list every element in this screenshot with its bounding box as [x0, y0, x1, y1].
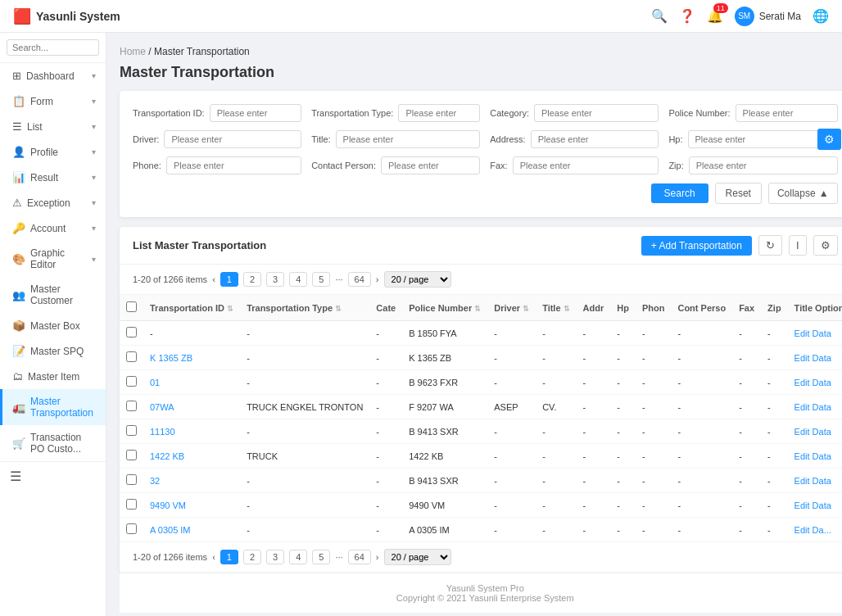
- help-icon[interactable]: ❓: [679, 8, 695, 24]
- input-transportation-id[interactable]: [210, 104, 301, 122]
- input-zip[interactable]: [689, 156, 838, 174]
- edit-data-link[interactable]: Edit Data: [794, 328, 831, 338]
- edit-data-link[interactable]: Edit Da...: [794, 525, 831, 535]
- input-contact-person[interactable]: [381, 156, 480, 174]
- row-select-checkbox[interactable]: [126, 351, 137, 362]
- row-category: -: [369, 395, 402, 419]
- prev-page-btn-bottom[interactable]: ‹: [212, 552, 215, 562]
- page-btn-3-bottom[interactable]: 3: [266, 550, 284, 564]
- row-id-link[interactable]: 32: [150, 476, 160, 486]
- input-category[interactable]: [534, 104, 659, 122]
- sidebar-item-master-spq[interactable]: 📝 Master SPQ: [0, 338, 106, 364]
- input-driver[interactable]: [164, 130, 301, 148]
- sidebar-item-profile[interactable]: 👤 Profile ▾: [0, 139, 106, 165]
- table-row: 01 - - B 9623 FXR - - - - - - - - Edit D…: [120, 370, 842, 395]
- page-btn-5[interactable]: 5: [312, 272, 330, 287]
- sidebar-item-master-box[interactable]: 📦 Master Box: [0, 313, 106, 338]
- sidebar-item-left: ⚠ Exception: [12, 197, 70, 209]
- row-fax: -: [732, 321, 761, 346]
- edit-data-link[interactable]: Edit Data: [794, 378, 831, 387]
- sidebar-item-list[interactable]: ☰ List ▾: [0, 114, 106, 139]
- next-page-btn[interactable]: ›: [376, 274, 379, 284]
- reset-button[interactable]: Reset: [715, 183, 762, 204]
- gear-settings-button[interactable]: ⚙: [817, 129, 841, 150]
- input-transportation-type[interactable]: [398, 104, 480, 122]
- edit-data-link[interactable]: Edit Data: [794, 476, 831, 486]
- row-option: Edit Data: [788, 321, 842, 346]
- row-id-link[interactable]: K 1365 ZB: [150, 353, 192, 363]
- data-table: Transportation ID ⇅ Transportation Type …: [120, 295, 842, 542]
- per-page-select[interactable]: 20 / page 50 / page 100 / page: [384, 271, 451, 288]
- footer: Yasunli System Pro Copyright © 2021 Yasu…: [120, 573, 842, 613]
- input-hp[interactable]: [688, 130, 838, 148]
- sidebar-item-graphic-editor[interactable]: 🎨 Graphic Editor ▾: [0, 241, 106, 277]
- page-btn-1-bottom[interactable]: 1: [220, 550, 238, 564]
- sidebar-item-result[interactable]: 📊 Result ▾: [0, 165, 106, 190]
- sidebar-toggle[interactable]: ☰: [0, 461, 106, 491]
- language-icon[interactable]: 🌐: [813, 8, 829, 24]
- row-id-link[interactable]: A 0305 IM: [150, 525, 191, 535]
- row-id: K 1365 ZB: [143, 346, 240, 370]
- page-btn-1[interactable]: 1: [220, 272, 238, 287]
- page-btn-3[interactable]: 3: [266, 272, 284, 287]
- edit-data-link[interactable]: Edit Data: [794, 451, 831, 461]
- edit-data-link[interactable]: Edit Data: [794, 402, 831, 412]
- edit-data-link[interactable]: Edit Data: [794, 500, 831, 510]
- input-phone[interactable]: [166, 156, 301, 174]
- page-btn-4-bottom[interactable]: 4: [289, 550, 307, 564]
- row-select-checkbox[interactable]: [126, 450, 137, 460]
- edit-data-link[interactable]: Edit Data: [794, 427, 831, 437]
- edit-data-link[interactable]: Edit Data: [794, 353, 831, 363]
- row-option: Edit Data: [788, 493, 842, 518]
- label-zip: Zip:: [668, 161, 683, 170]
- row-select-checkbox[interactable]: [126, 523, 137, 534]
- breadcrumb-home[interactable]: Home: [120, 46, 146, 57]
- sidebar-item-master-item[interactable]: 🗂 Master Item: [0, 364, 106, 389]
- row-select-checkbox[interactable]: [126, 474, 137, 485]
- row-category: -: [369, 469, 402, 493]
- collapse-button[interactable]: Collapse ▲: [768, 183, 838, 204]
- page-btn-64[interactable]: 64: [348, 272, 371, 287]
- row-id-link[interactable]: 9490 VM: [150, 500, 186, 510]
- row-select-checkbox[interactable]: [126, 499, 137, 510]
- settings-button[interactable]: ⚙: [813, 235, 838, 256]
- items-count: 1-20 of 1266 items: [133, 274, 207, 284]
- row-select-checkbox[interactable]: [126, 327, 137, 337]
- sidebar-item-transaction-po[interactable]: 🛒 Transaction PO Custo...: [0, 425, 106, 461]
- edit-columns-button[interactable]: I: [789, 235, 807, 256]
- row-id-link[interactable]: 07WA: [150, 402, 174, 412]
- input-police-number[interactable]: [736, 104, 838, 122]
- row-id-link[interactable]: 01: [150, 378, 160, 387]
- page-btn-2-bottom[interactable]: 2: [243, 550, 261, 564]
- sidebar-item-exception[interactable]: ⚠ Exception ▾: [0, 190, 106, 215]
- sidebar-icon-exception: ⚠: [12, 197, 22, 209]
- row-driver: -: [487, 518, 536, 542]
- page-btn-64-bottom[interactable]: 64: [348, 550, 371, 564]
- row-select-checkbox[interactable]: [126, 425, 137, 436]
- input-fax[interactable]: [513, 156, 659, 174]
- row-id-link[interactable]: 11130: [150, 427, 175, 437]
- row-select-checkbox[interactable]: [126, 401, 137, 411]
- select-all-checkbox[interactable]: [126, 301, 137, 312]
- input-title[interactable]: [336, 130, 481, 148]
- row-select-checkbox[interactable]: [126, 376, 137, 387]
- sidebar-search-input[interactable]: [7, 39, 99, 56]
- add-transportation-button[interactable]: + Add Transportation: [641, 236, 752, 256]
- search-button[interactable]: Search: [651, 183, 708, 203]
- prev-page-btn[interactable]: ‹: [212, 274, 215, 284]
- sidebar-item-dashboard[interactable]: ⊞ Dashboard ▾: [0, 63, 106, 88]
- notification-icon[interactable]: 🔔 11: [707, 8, 723, 24]
- refresh-button[interactable]: ↻: [758, 235, 782, 256]
- page-btn-2[interactable]: 2: [243, 272, 261, 287]
- sidebar-item-master-transportation[interactable]: 🚛 Master Transportation: [0, 389, 106, 425]
- sidebar-item-form[interactable]: 📋 Form ▾: [0, 88, 106, 114]
- row-id-link[interactable]: 1422 KB: [150, 451, 184, 461]
- page-btn-4[interactable]: 4: [289, 272, 307, 287]
- sidebar-item-master-customer[interactable]: 👥 Master Customer: [0, 277, 106, 313]
- input-address[interactable]: [531, 130, 659, 148]
- sidebar-item-account[interactable]: 🔑 Account ▾: [0, 215, 106, 241]
- search-icon[interactable]: 🔍: [651, 8, 668, 24]
- page-btn-5-bottom[interactable]: 5: [312, 550, 330, 564]
- per-page-select-bottom[interactable]: 20 / page 50 / page 100 / page: [384, 549, 451, 565]
- next-page-btn-bottom[interactable]: ›: [376, 552, 379, 562]
